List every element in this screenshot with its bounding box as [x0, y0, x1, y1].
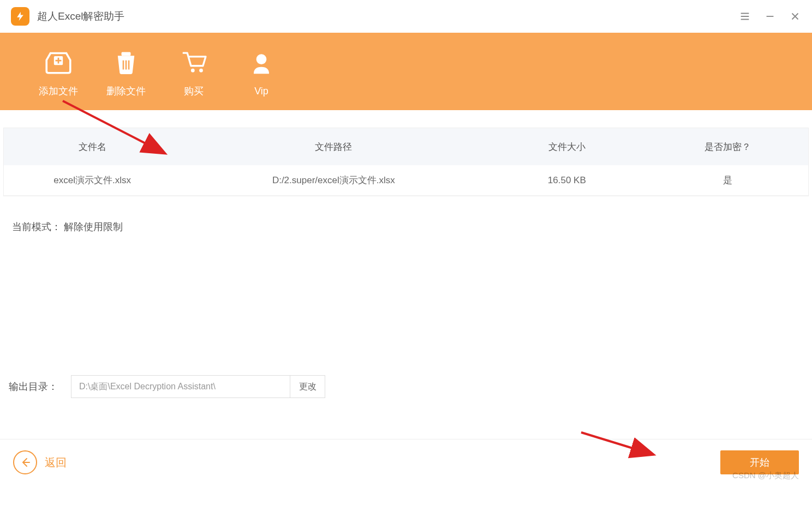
svg-rect-1: [122, 52, 131, 56]
svg-point-4: [256, 54, 267, 64]
output-field-wrap: 更改: [71, 375, 325, 398]
app-title: 超人Excel解密助手: [37, 9, 124, 23]
cell-encrypted: 是: [647, 174, 808, 186]
back-button[interactable]: 返回: [13, 450, 67, 474]
footer: 返回 开始: [0, 439, 812, 485]
add-file-label: 添加文件: [39, 85, 78, 98]
cell-path: D:/2.super/excel演示文件.xlsx: [181, 174, 486, 186]
header-size: 文件大小: [486, 141, 647, 153]
output-path-input[interactable]: [71, 376, 290, 397]
purchase-button[interactable]: 购买: [163, 45, 225, 98]
window-controls: [739, 10, 801, 22]
menu-icon[interactable]: [739, 10, 751, 22]
table-header: 文件名 文件路径 文件大小 是否加密？: [4, 128, 808, 165]
mode-row: 当前模式： 解除使用限制: [3, 196, 809, 239]
close-icon[interactable]: [789, 10, 801, 22]
back-label: 返回: [45, 455, 67, 470]
change-output-button[interactable]: 更改: [290, 376, 325, 397]
add-file-icon: [43, 45, 74, 77]
main-content: 文件名 文件路径 文件大小 是否加密？ excel演示文件.xlsx D:/2.…: [0, 128, 812, 239]
table-row[interactable]: excel演示文件.xlsx D:/2.super/excel演示文件.xlsx…: [4, 165, 808, 196]
output-label: 输出目录：: [9, 380, 58, 393]
delete-file-button[interactable]: 删除文件: [95, 45, 157, 98]
mode-label: 当前模式：: [12, 221, 61, 232]
header-path: 文件路径: [181, 141, 486, 153]
vip-icon: [248, 46, 275, 78]
add-file-button[interactable]: 添加文件: [27, 45, 89, 98]
cart-icon: [179, 45, 208, 77]
file-table: 文件名 文件路径 文件大小 是否加密？ excel演示文件.xlsx D:/2.…: [3, 128, 809, 196]
output-row: 输出目录： 更改: [9, 375, 325, 398]
back-arrow-icon: [13, 450, 37, 474]
app-logo-icon: [11, 7, 29, 26]
delete-file-label: 删除文件: [106, 85, 146, 98]
toolbar: 添加文件 删除文件 购买 Vip: [0, 33, 812, 110]
minimize-icon[interactable]: [764, 10, 776, 22]
mode-value: 解除使用限制: [64, 221, 123, 232]
delete-file-icon: [111, 45, 141, 77]
cell-size: 16.50 KB: [486, 175, 647, 186]
titlebar: 超人Excel解密助手: [0, 0, 812, 33]
cell-name: excel演示文件.xlsx: [4, 174, 181, 186]
purchase-label: 购买: [184, 85, 204, 98]
header-encrypted: 是否加密？: [647, 141, 808, 153]
watermark: CSDN @小奥超人: [732, 471, 799, 481]
header-name: 文件名: [4, 141, 181, 153]
vip-button[interactable]: Vip: [230, 46, 292, 97]
vip-label: Vip: [254, 86, 268, 97]
svg-point-2: [191, 69, 195, 73]
svg-point-3: [199, 69, 203, 73]
